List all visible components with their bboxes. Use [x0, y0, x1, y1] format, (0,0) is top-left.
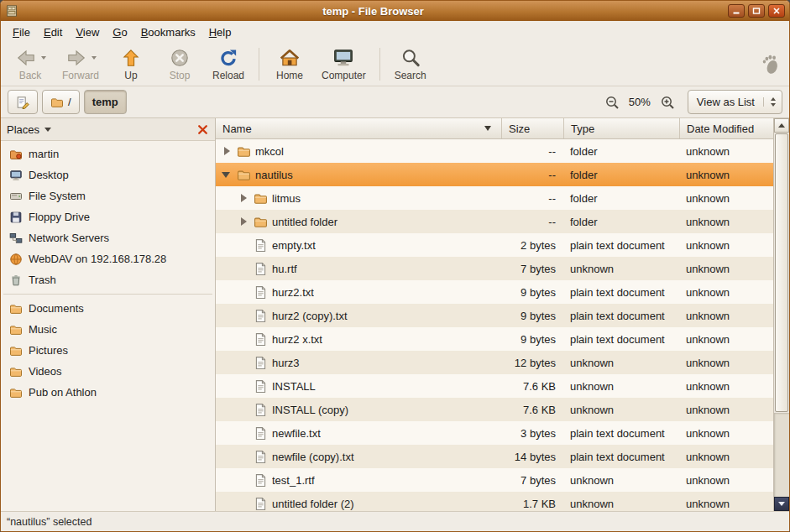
file-row-hu-rtf[interactable]: hu.rtf7 bytesunknownunknown	[216, 257, 773, 280]
places-dropdown[interactable]: Places	[7, 123, 51, 136]
menu-go[interactable]: Go	[106, 23, 133, 41]
file-row-empty-txt[interactable]: empty.txt2 bytesplain text documentunkno…	[216, 233, 773, 257]
file-row-hurz2-txt[interactable]: hurz2.txt9 bytesplain text documentunkno…	[216, 280, 773, 304]
back-button[interactable]: Back	[6, 44, 55, 85]
file-row-hurz2-x-txt[interactable]: hurz2 x.txt9 bytesplain text documentunk…	[216, 327, 773, 351]
sidebar-close-icon[interactable]	[196, 123, 209, 136]
file-date-modified: unknown	[679, 374, 773, 398]
forward-dropdown-caret-icon[interactable]	[92, 56, 97, 60]
sidebar-item-webdav-on-192-168-178-28[interactable]: WebDAV on 192.168.178.28	[1, 248, 215, 269]
file-row-nautilus[interactable]: nautilus--folderunknown	[216, 163, 773, 186]
scrollbar-trough[interactable]	[774, 413, 789, 497]
file-type: plain text document	[563, 421, 679, 445]
home-button[interactable]: Home	[265, 44, 314, 85]
chevron-down-icon	[44, 128, 51, 132]
window-title: temp - File Browser	[22, 5, 725, 18]
sidebar-item-martin[interactable]: martin	[1, 143, 215, 164]
gnome-throbber-icon	[759, 52, 784, 77]
expander-collapsed-icon[interactable]	[221, 145, 233, 157]
column-header-size[interactable]: Size	[501, 118, 563, 138]
sidebar-item-network-servers[interactable]: Network Servers	[1, 227, 215, 248]
toolbar-button-label: Back	[19, 70, 42, 81]
file-date-modified: unknown	[679, 421, 773, 445]
sidebar-item-label: Pictures	[29, 344, 68, 357]
status-bar: “nautilus” selected	[1, 511, 789, 531]
file-size: 9 bytes	[501, 327, 563, 351]
places-label: Places	[7, 123, 39, 136]
minimize-button[interactable]	[728, 4, 745, 18]
sidebar-item-label: Trash	[29, 274, 56, 286]
file-row-newfile-txt[interactable]: newfile.txt3 bytesplain text documentunk…	[216, 421, 773, 445]
sidebar-item-label: WebDAV on 192.168.178.28	[29, 253, 166, 265]
column-header-date-modified[interactable]: Date Modified	[679, 118, 773, 138]
close-button[interactable]	[768, 4, 785, 18]
sidebar-item-trash[interactable]: Trash	[1, 269, 215, 290]
sidebar-item-label: Floppy Drive	[29, 211, 90, 223]
back-dropdown-caret-icon[interactable]	[41, 56, 46, 60]
sidebar-item-documents[interactable]: Documents	[1, 298, 215, 319]
expander-spacer	[238, 333, 249, 345]
file-row-test-1-rtf[interactable]: test_1.rtf7 bytesunknownunknown	[216, 468, 773, 492]
toolbar-button-label: Up	[124, 70, 137, 81]
scrollbar-thumb[interactable]	[775, 133, 788, 412]
column-header-type[interactable]: Type	[563, 118, 679, 138]
toolbar-button-label: Stop	[170, 70, 191, 81]
maximize-button[interactable]	[748, 4, 765, 18]
file-type: unknown	[563, 468, 679, 492]
expander-expanded-icon[interactable]	[221, 169, 233, 180]
reload-button[interactable]: Reload	[204, 44, 253, 85]
sidebar-item-label: Documents	[29, 302, 84, 315]
file-type: unknown	[563, 257, 679, 280]
file-name: newfile.txt	[272, 427, 321, 440]
file-row-hurz2-copy-txt[interactable]: hurz2 (copy).txt9 bytesplain text docume…	[216, 304, 773, 327]
vertical-scrollbar[interactable]	[773, 118, 789, 511]
text-icon	[254, 285, 268, 300]
file-date-modified: unknown	[679, 327, 773, 351]
view-mode-select[interactable]: View as List	[688, 90, 782, 114]
sidebar-item-videos[interactable]: Videos	[1, 361, 215, 382]
text-icon	[254, 403, 268, 417]
file-row-install[interactable]: INSTALL7.6 KBunknownunknown	[216, 374, 773, 398]
menu-view[interactable]: View	[69, 23, 106, 41]
search-button[interactable]: Search	[386, 44, 435, 85]
zoom-out-icon[interactable]	[604, 95, 620, 110]
toggle-location-entry-button[interactable]	[8, 90, 38, 114]
scroll-down-button[interactable]	[774, 497, 789, 511]
up-button[interactable]: Up	[107, 44, 155, 85]
title-bar[interactable]: temp - File Browser	[1, 1, 789, 21]
file-row-install-copy[interactable]: INSTALL (copy)7.6 KBunknownunknown	[216, 398, 773, 421]
path-button-root[interactable]: /	[42, 90, 80, 114]
sidebar-item-floppy-drive[interactable]: Floppy Drive	[1, 206, 215, 227]
expander-collapsed-icon[interactable]	[238, 216, 249, 227]
sidebar-item-pictures[interactable]: Pictures	[1, 340, 215, 361]
menu-file[interactable]: File	[6, 23, 37, 41]
column-header-name[interactable]: Name	[216, 118, 501, 138]
home-folder-icon	[9, 148, 23, 161]
sidebar-item-label: Music	[29, 323, 57, 336]
sidebar-item-desktop[interactable]: Desktop	[1, 164, 215, 185]
computer-button[interactable]: Computer	[314, 44, 374, 85]
stop-button[interactable]: Stop	[155, 44, 204, 85]
file-row-mkcol[interactable]: mkcol--folderunknown	[216, 139, 773, 163]
menu-bookmarks[interactable]: Bookmarks	[134, 23, 202, 41]
sidebar-item-file-system[interactable]: File System	[1, 185, 215, 206]
file-date-modified: unknown	[679, 398, 773, 421]
file-row-litmus[interactable]: litmus--folderunknown	[216, 186, 773, 210]
folder-icon	[9, 365, 23, 378]
file-row-hurz3[interactable]: hurz312 bytesunknownunknown	[216, 351, 773, 374]
forward-button[interactable]: Forward	[55, 44, 107, 85]
zoom-in-icon[interactable]	[660, 95, 675, 110]
file-row-newfile-copy-txt[interactable]: newfile (copy).txt14 bytesplain text doc…	[216, 445, 773, 468]
sidebar-item-pub-on-athlon[interactable]: Pub on Athlon	[1, 382, 215, 403]
menu-help[interactable]: Help	[202, 23, 238, 41]
file-row-untitled-folder-2[interactable]: untitled folder (2)1.7 KBunknownunknown	[216, 492, 773, 511]
file-date-modified: unknown	[679, 468, 773, 492]
menu-edit[interactable]: Edit	[37, 23, 69, 41]
file-row-untitled-folder[interactable]: untitled folder--folderunknown	[216, 210, 773, 233]
expander-collapsed-icon[interactable]	[238, 192, 249, 204]
scroll-up-button[interactable]	[774, 118, 789, 133]
path-button-temp[interactable]: temp	[84, 90, 127, 114]
file-name: test_1.rtf	[272, 474, 315, 487]
sidebar-item-music[interactable]: Music	[1, 319, 215, 340]
file-list-pane: NameSizeTypeDate Modified mkcol--folderu…	[216, 118, 789, 511]
